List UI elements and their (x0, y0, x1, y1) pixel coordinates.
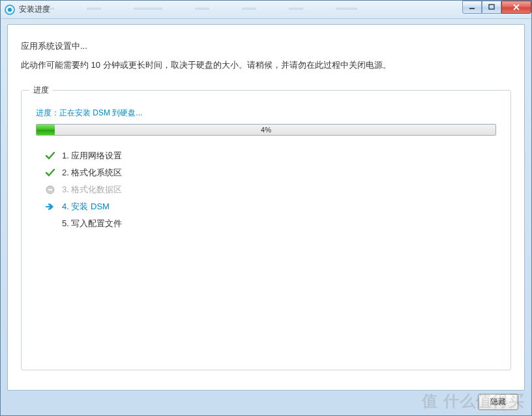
arrow-right-icon (45, 201, 55, 212)
step-item: 5. 写入配置文件 (45, 215, 496, 232)
svg-rect-5 (48, 189, 52, 190)
close-button[interactable] (501, 1, 531, 14)
svg-point-1 (8, 8, 12, 12)
app-icon (5, 5, 15, 15)
step-item: 4. 安装 DSM (45, 198, 496, 215)
step-item: 3. 格式化数据区 (45, 181, 496, 198)
maximize-button[interactable] (482, 1, 501, 14)
progress-fieldset: 进度 进度：正在安装 DSM 到硬盘... 4% 1. 应用网络设置 2 (21, 90, 511, 370)
install-steps-list: 1. 应用网络设置 2. 格式化系统区 3. 格式化数据区 (45, 147, 496, 232)
step-item: 1. 应用网络设置 (45, 147, 496, 164)
window-title: 安装进度 (19, 4, 529, 15)
step-label: 2. 格式化系统区 (62, 167, 122, 179)
progress-bar: 4% (36, 124, 496, 136)
progress-status-label: 进度：正在安装 DSM 到硬盘... (36, 108, 496, 119)
hide-button[interactable]: 隐藏 (478, 394, 518, 410)
check-icon (45, 151, 55, 161)
heading-text: 应用系统设置中... (21, 40, 511, 52)
svg-rect-3 (489, 5, 494, 9)
svg-rect-2 (469, 8, 475, 9)
window-controls (462, 1, 531, 14)
fieldset-legend: 进度 (29, 85, 53, 96)
install-progress-window: ▬▬▬▬▬▬▬▬▬▬▬▬▬▬▬▬▬ 安装进度 应用系统设置中... 此动作可能需… (0, 0, 532, 416)
content-panel: 应用系统设置中... 此动作可能需要约 10 分钟或更长时间，取决于硬盘的大小。… (7, 24, 525, 391)
skip-icon (45, 185, 55, 195)
step-label: 3. 格式化数据区 (62, 184, 122, 196)
minimize-button[interactable] (462, 1, 482, 14)
step-label: 5. 写入配置文件 (62, 218, 122, 230)
subheading-text: 此动作可能需要约 10 分钟或更长时间，取决于硬盘的大小。请稍候，并请勿在此过程… (21, 59, 511, 72)
step-label: 1. 应用网络设置 (62, 150, 122, 162)
step-label: 4. 安装 DSM (62, 201, 110, 213)
pending-icon (45, 218, 55, 229)
titlebar: 安装进度 (1, 1, 531, 19)
check-icon (45, 168, 55, 178)
bottom-bar: 隐藏 (478, 394, 518, 410)
step-item: 2. 格式化系统区 (45, 164, 496, 181)
progress-percent-text: 4% (37, 125, 495, 135)
